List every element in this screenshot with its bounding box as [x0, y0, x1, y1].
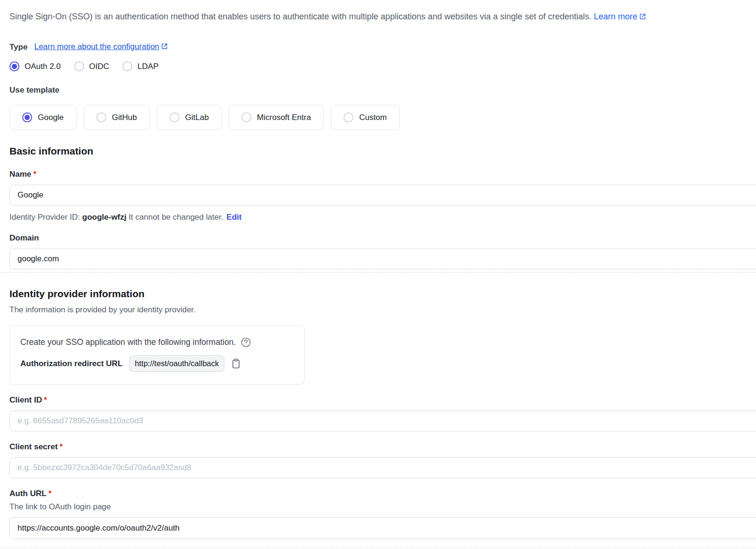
use-template-label: Use template [9, 86, 756, 95]
radio-selected-icon [9, 61, 19, 71]
external-link-icon [161, 43, 168, 52]
identity-provider-information-subheading: The information is provided by your iden… [9, 305, 756, 315]
template-card-gitlab[interactable]: GitLab [157, 105, 222, 130]
radio-ldap-label: LDAP [137, 62, 158, 71]
auth-url-helper-text: The link to OAuth login page [9, 502, 756, 512]
identity-provider-id-line: Identity Provider ID: google-wfzj It can… [9, 213, 756, 222]
template-card-github-label: GitHub [112, 113, 137, 122]
learn-more-link[interactable]: Learn more [594, 12, 646, 21]
idp-id-value: google-wfzj [82, 213, 126, 222]
sso-application-callout: Create your SSO application with the fol… [9, 325, 305, 385]
sso-settings-page: Single Sign-On (SSO) is an authenticatio… [0, 11, 756, 548]
radio-unselected-icon [74, 61, 84, 71]
template-card-google[interactable]: Google [9, 105, 77, 130]
template-card-microsoft-entra[interactable]: Microsoft Entra [229, 105, 324, 130]
type-label: Type [9, 43, 27, 52]
authorization-redirect-url-label: Authorization redirect URL [20, 359, 122, 369]
configuration-docs-link[interactable]: Learn more about the configuration [34, 42, 168, 52]
radio-ldap[interactable]: LDAP [122, 61, 158, 71]
required-asterisk: * [44, 395, 47, 404]
type-radio-group: OAuth 2.0 OIDC LDAP [9, 61, 756, 71]
template-card-github[interactable]: GitHub [84, 105, 150, 130]
radio-unselected-icon [122, 61, 132, 71]
sso-description: Single Sign-On (SSO) is an authenticatio… [9, 11, 756, 23]
help-icon[interactable] [241, 337, 251, 348]
template-card-custom[interactable]: Custom [331, 105, 400, 130]
sso-description-text: Single Sign-On (SSO) is an authenticatio… [9, 12, 592, 21]
required-asterisk: * [60, 442, 63, 451]
template-card-group: Google GitHub GitLab Microsoft Entra Cus… [9, 105, 756, 130]
radio-oauth2-label: OAuth 2.0 [25, 62, 61, 71]
template-card-google-label: Google [38, 113, 64, 122]
template-card-microsoft-entra-label: Microsoft Entra [257, 113, 311, 122]
radio-oauth2[interactable]: OAuth 2.0 [9, 61, 61, 71]
idp-id-suffix: It cannot be changed later. [127, 213, 226, 222]
domain-label: Domain [9, 233, 756, 243]
type-section-header: Type Learn more about the configuration [9, 42, 756, 52]
auth-url-label: Auth URL* [9, 489, 756, 498]
radio-unselected-icon [96, 112, 106, 122]
edit-idp-id-link[interactable]: Edit [226, 213, 241, 222]
template-card-custom-label: Custom [359, 113, 387, 122]
radio-oidc-label: OIDC [89, 62, 110, 71]
radio-oidc[interactable]: OIDC [74, 61, 110, 71]
domain-input[interactable] [9, 249, 756, 269]
client-id-input[interactable] [9, 411, 756, 431]
template-card-gitlab-label: GitLab [185, 113, 209, 122]
copy-clipboard-icon[interactable] [231, 358, 241, 369]
required-asterisk: * [48, 489, 52, 498]
idp-id-prefix: Identity Provider ID: [9, 213, 82, 222]
identity-provider-information-heading: Identity provider information [9, 288, 756, 300]
client-secret-label: Client secret* [9, 442, 756, 452]
radio-unselected-icon [241, 112, 251, 122]
name-input[interactable] [9, 185, 756, 206]
client-id-label: Client ID* [9, 395, 756, 405]
section-divider [0, 272, 756, 273]
auth-url-input[interactable] [9, 517, 756, 539]
radio-unselected-icon [170, 112, 180, 122]
client-secret-input[interactable] [9, 457, 756, 478]
radio-selected-icon [22, 112, 32, 122]
basic-information-heading: Basic information [9, 145, 756, 157]
authorization-redirect-url-value: http://test/oauth/callback [129, 355, 224, 372]
external-link-icon [639, 12, 646, 23]
bottom-divider [0, 548, 756, 548]
required-asterisk: * [33, 170, 36, 179]
name-label: Name* [9, 170, 756, 179]
radio-unselected-icon [344, 112, 353, 122]
callout-text: Create your SSO application with the fol… [20, 337, 236, 347]
